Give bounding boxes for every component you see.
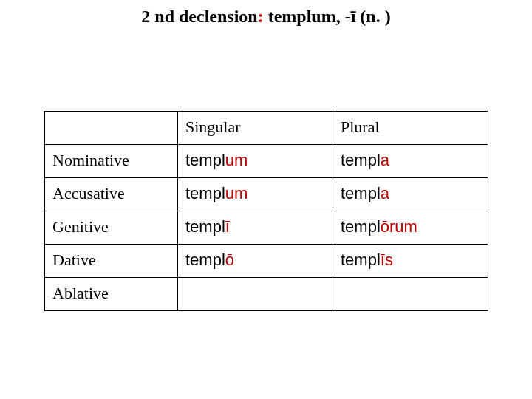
table-row: Nominative templum templa [45,145,488,178]
form-plural: templīs [333,245,488,278]
table-row: Singular Plural [45,112,488,145]
stem: templ [341,250,381,269]
ending: ōrum [381,217,417,236]
title-part-a: 2 nd declension [141,7,257,26]
form-singular: templō [178,245,333,278]
ending: a [381,151,389,169]
form-plural: templa [333,145,488,178]
form-singular: templum [178,178,333,211]
title-part-b: templum, -ī (n. ) [264,7,391,26]
stem: templ [185,217,225,236]
header-plural: Plural [333,112,488,145]
ending: a [381,184,389,202]
title-colon: : [258,7,264,26]
case-label: Genitive [45,211,178,245]
ending: ō [225,250,234,269]
form-singular: templī [178,211,333,245]
table-row: Accusative templum templa [45,178,488,211]
form-singular [178,278,333,311]
stem: templ [185,250,225,269]
stem: templ [185,184,225,202]
ending: um [225,184,248,202]
stem: templ [341,151,381,169]
table-row: Genitive templī templōrum [45,211,488,245]
table-row: Ablative [45,278,488,311]
case-label: Nominative [45,145,178,178]
ending: īs [381,250,393,269]
ending: ī [225,217,230,236]
case-label: Ablative [45,278,178,311]
stem: templ [341,184,381,202]
table-row: Dative templō templīs [45,245,488,278]
form-plural: templa [333,178,488,211]
case-label: Accusative [45,178,178,211]
header-singular: Singular [178,112,333,145]
stem: templ [185,151,225,169]
form-plural [333,278,488,311]
page-title: 2 nd declension: templum, -ī (n. ) [0,6,532,27]
form-plural: templōrum [333,211,488,245]
header-blank [45,112,178,145]
stem: templ [341,217,381,236]
case-label: Dative [45,245,178,278]
slide: 2 nd declension: templum, -ī (n. ) Singu… [0,0,532,399]
declension-table: Singular Plural Nominative templum templ… [44,111,488,311]
form-singular: templum [178,145,333,178]
ending: um [225,151,248,169]
